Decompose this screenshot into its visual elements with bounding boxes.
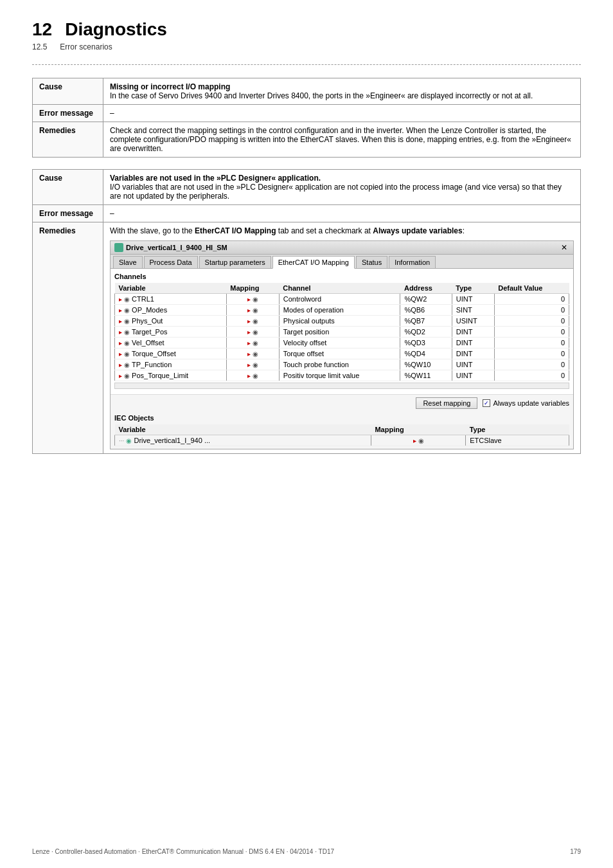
cause2-content: Variables are not used in the »PLC Desig… — [103, 170, 581, 205]
arrow-icon: ◉ — [124, 361, 130, 368]
section-title: Error scenarios — [60, 42, 112, 51]
map-icon2: ◉ — [253, 361, 258, 368]
table-row: ▸ ◉ TP_Function ▸ ◉ Touch probe function… — [115, 359, 569, 370]
table-row: Cause Variables are not used in the »PLC… — [33, 170, 581, 205]
cell-type: USINT — [452, 316, 494, 327]
channels-header-row: Variable Mapping Channel Address Type De… — [115, 283, 569, 294]
tab-ethercat-io-mapping[interactable]: EtherCAT I/O Mapping — [272, 256, 355, 269]
channels-scroll-area[interactable]: Variable Mapping Channel Address Type De… — [114, 283, 569, 381]
cell-default: 0 — [494, 316, 569, 327]
cell-type: SINT — [452, 305, 494, 316]
col-type: Type — [452, 283, 494, 294]
cell-address: %QW11 — [400, 370, 452, 381]
iec-dots: ··· — [119, 437, 124, 444]
section-number: 12.5 — [32, 42, 47, 51]
always-update-checkbox[interactable]: ✓ — [483, 399, 490, 407]
arrow-icon: ◉ — [124, 372, 130, 379]
arrow-icon: ◉ — [124, 350, 130, 357]
cell-type: DINT — [452, 338, 494, 348]
widget-footer: Reset mapping ✓ Always update variables — [111, 394, 573, 411]
error-message-content: – — [103, 105, 581, 122]
channels-label: Channels — [114, 273, 569, 280]
cell-mapping: ▸ ◉ — [226, 305, 279, 316]
page-footer: Lenze · Controller-based Automation · Et… — [0, 848, 613, 855]
cell-variable: ▸ ◉ TP_Function — [115, 359, 227, 370]
table-row: ▸ ◉ OP_Modes ▸ ◉ Modes of operation %QB6… — [115, 305, 569, 316]
iec-map-icon2: ◉ — [418, 437, 424, 444]
map-icon1: ▸ — [247, 372, 251, 379]
tab-status[interactable]: Status — [356, 256, 387, 268]
var-icon: ▸ — [119, 307, 122, 314]
iec-header-row: Variable Mapping Type — [115, 424, 569, 435]
cell-address: %QD3 — [400, 338, 452, 348]
arrow-icon: ◉ — [124, 296, 130, 303]
table2: Cause Variables are not used in the »PLC… — [32, 169, 581, 454]
tab-process-data[interactable]: Process Data — [144, 256, 198, 268]
cell-variable: ▸ ◉ CTRL1 — [115, 294, 227, 305]
always-update-container: ✓ Always update variables — [483, 399, 569, 407]
close-icon[interactable]: ✕ — [559, 243, 569, 252]
page-title: Diagnostics — [65, 19, 167, 40]
map-icon2: ◉ — [253, 307, 258, 314]
arrow-icon: ◉ — [124, 307, 130, 314]
iec-col-mapping: Mapping — [371, 424, 465, 435]
var-icon: ▸ — [119, 361, 122, 368]
map-icon1: ▸ — [247, 329, 251, 336]
cell-mapping: ▸ ◉ — [226, 370, 279, 381]
var-icon: ▸ — [119, 296, 122, 303]
table-row: Remedies With the slave, go to the Ether… — [33, 222, 581, 454]
cell-channel: Touch probe function — [279, 359, 400, 370]
cell-type: DINT — [452, 348, 494, 359]
cause2-text: I/O variables that are not used in the »… — [110, 183, 562, 201]
map-icon2: ◉ — [253, 372, 258, 379]
var-icon: ▸ — [119, 372, 122, 379]
cell-variable: ▸ ◉ Target_Pos — [115, 327, 227, 338]
map-icon2: ◉ — [253, 296, 258, 303]
cell-variable: ▸ ◉ OP_Modes — [115, 305, 227, 316]
table-row: Error message – — [33, 205, 581, 222]
map-icon1: ▸ — [247, 307, 251, 314]
iec-col-variable: Variable — [115, 424, 371, 435]
iec-cell-type: ETCSlave — [466, 435, 569, 446]
error-message2-content: – — [103, 205, 581, 222]
arrow-icon: ◉ — [124, 329, 130, 336]
cell-default: 0 — [494, 338, 569, 348]
reset-mapping-button[interactable]: Reset mapping — [416, 397, 477, 409]
iec-section: IEC Objects Variable Mapping Type — [111, 411, 573, 449]
cell-type: UINT — [452, 370, 494, 381]
cell-channel: Positiv torque limit value — [279, 370, 400, 381]
map-icon2: ◉ — [253, 329, 258, 336]
map-icon1: ▸ — [247, 318, 251, 325]
col-variable: Variable — [115, 283, 227, 294]
table-row: Cause Missing or incorrect I/O mapping I… — [33, 78, 581, 105]
widget-icon — [114, 243, 123, 252]
channels-table: Variable Mapping Channel Address Type De… — [114, 283, 569, 381]
table-row: ▸ ◉ Torque_Offset ▸ ◉ Torque offset %QD4… — [115, 348, 569, 359]
widget-tabs: Slave Process Data Startup parameters Et… — [111, 255, 573, 269]
footer-left: Lenze · Controller-based Automation · Et… — [32, 848, 334, 855]
cell-variable: ▸ ◉ Vel_Offset — [115, 338, 227, 348]
cell-address: %QD2 — [400, 327, 452, 338]
iec-map-icon1: ▸ — [413, 437, 416, 444]
tab-startup-parameters[interactable]: Startup parameters — [199, 256, 271, 268]
cause2-label: Cause — [33, 170, 103, 205]
tab-slave[interactable]: Slave — [113, 256, 143, 268]
page-number: 12 — [32, 19, 52, 40]
cell-type: UINT — [452, 294, 494, 305]
remedies-label: Remedies — [33, 122, 103, 158]
col-default: Default Value — [494, 283, 569, 294]
map-icon2: ◉ — [253, 318, 258, 325]
tab-information[interactable]: Information — [389, 256, 436, 268]
var-icon: ▸ — [119, 339, 122, 347]
table-row: ▸ ◉ Target_Pos ▸ ◉ Target position %QD2 … — [115, 327, 569, 338]
hscroll-area[interactable] — [114, 383, 569, 389]
cause-text: In the case of Servo Drives 9400 and Inv… — [110, 91, 533, 100]
cell-address: %QW2 — [400, 294, 452, 305]
hscroll-bar[interactable] — [114, 383, 569, 389]
widget-titlebar: Drive_vertical1_I_9400_HI_SM ✕ — [111, 241, 573, 255]
cell-mapping: ▸ ◉ — [226, 294, 279, 305]
cause-label: Cause — [33, 78, 103, 105]
cell-default: 0 — [494, 294, 569, 305]
error-message-label: Error message — [33, 105, 103, 122]
divider — [32, 64, 581, 65]
